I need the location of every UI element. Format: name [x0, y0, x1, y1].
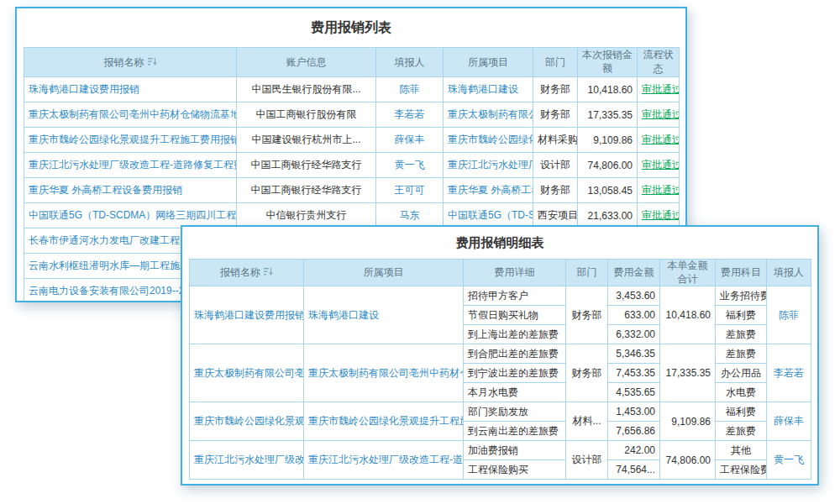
dept-cell: 设计部 [566, 441, 608, 480]
name-cell: 重庆江北污水处理厂级改造工程- [190, 441, 304, 480]
col-header-detail: 费用详细 [464, 260, 566, 286]
dept-cell: 设计部 [533, 153, 578, 178]
reimbursement-name-link[interactable]: 珠海鹤港口建设费用报销 [194, 309, 304, 321]
status-cell: 审批通过 [638, 153, 680, 178]
filler-link[interactable]: 薛保丰 [774, 415, 804, 427]
expense-amount-cell: 3,453.60 [608, 286, 660, 306]
project-link[interactable]: 重庆太极制药有限公司亳州中... [448, 108, 533, 120]
name-cell: 重庆华夏 外高桥工程设备费用报销 [24, 178, 237, 203]
expense-amount-cell: 242.00 [608, 441, 660, 460]
status-cell: 审批通过 [638, 77, 680, 102]
category-cell: 办公用品 [716, 364, 767, 383]
reimbursement-name-link[interactable]: 重庆市魏岭公园绿化景观提升工 [194, 415, 304, 427]
project-cell: 重庆华夏 外高桥工程设备 [444, 178, 533, 203]
status-link[interactable]: 审批通过 [642, 209, 680, 221]
reimbursement-name-link[interactable]: 珠海鹤港口建设费用报销 [29, 83, 139, 95]
expense-detail-cell: 到云南出差的差旅费 [464, 422, 566, 441]
list-header-row: 报销名称 账户信息 填报人 所属项目 部门 本次报销金额 流程状态 [24, 48, 680, 77]
col-header-name-label: 报销名称 [220, 266, 260, 278]
category-cell: 差旅费 [716, 325, 767, 344]
filler-link[interactable]: 李若若 [395, 108, 425, 120]
project-link[interactable]: 中国联通5G（TD-SCDMA）网... [448, 209, 533, 221]
expense-amount-cell: 5,346.35 [608, 344, 660, 364]
col-header-category: 费用科目 [716, 260, 767, 286]
list-table-title: 费用报销列表 [24, 8, 679, 47]
reimbursement-name-link[interactable]: 中国联通5G（TD-SCDMA）网络三期四川工程费... [29, 209, 237, 221]
account-cell: 中国工商银行股份有限 [237, 102, 376, 128]
status-link[interactable]: 审批通过 [642, 159, 680, 171]
total-amount-cell: 74,806.00 [660, 441, 716, 480]
filler-link[interactable]: 黄一飞 [395, 159, 425, 171]
project-link[interactable]: 重庆江北污水处理厂级改造工程-道路修复工 [308, 454, 464, 465]
project-link[interactable]: 珠海鹤港口建设 [448, 83, 518, 95]
expense-detail-cell: 到上海出差的差旅费 [464, 325, 566, 344]
project-link[interactable]: 珠海鹤港口建设 [308, 309, 379, 321]
expense-detail-cell: 部门奖励发放 [464, 402, 566, 422]
filler-cell: 李若若 [767, 344, 811, 402]
col-header-total: 本单金额合计 [660, 260, 716, 286]
filler-cell: 李若若 [376, 102, 444, 128]
status-link[interactable]: 审批通过 [642, 108, 680, 120]
expense-amount-cell: 7,453.35 [608, 364, 660, 383]
sort-icon[interactable] [148, 57, 157, 66]
table-row: 重庆太极制药有限公司亳州中药材仓储物流基地项... 中国工商银行股份有限 李若若… [24, 102, 680, 128]
reimbursement-name-link[interactable]: 重庆江北污水处理厂级改造工程- [194, 454, 304, 465]
filler-link[interactable]: 陈菲 [779, 309, 799, 321]
col-header-name-label: 报销名称 [104, 56, 144, 68]
dept-cell: 材料采购 [533, 128, 578, 153]
project-link[interactable]: 重庆华夏 外高桥工程设备 [448, 184, 533, 196]
filler-link[interactable]: 马东 [400, 209, 420, 221]
expense-detail-cell: 节假日购买礼物 [464, 306, 566, 325]
table-row: 珠海鹤港口建设费用报销 中国民生银行股份有限... 陈菲 珠海鹤港口建设 财务部… [24, 77, 680, 102]
account-cell: 中国工商银行经华路支行 [237, 178, 376, 203]
reimbursement-name-link[interactable]: 重庆华夏 外高桥工程设备费用报销 [29, 184, 182, 196]
category-cell: 差旅费 [716, 422, 767, 441]
filler-cell: 薛保丰 [376, 128, 444, 153]
expense-amount-cell: 4,535.65 [608, 383, 660, 402]
project-cell: 重庆太极制药有限公司亳州中药材仓储物流 [304, 344, 464, 402]
reimbursement-name-link[interactable]: 重庆市魏岭公园绿化景观提升工程施工费用报销 [29, 134, 237, 145]
category-cell: 其他 [716, 441, 767, 460]
expense-detail-cell: 加油费报销 [464, 441, 566, 460]
table-row: 重庆华夏 外高桥工程设备费用报销 中国工商银行经华路支行 王可可 重庆华夏 外高… [24, 178, 680, 203]
status-link[interactable]: 审批通过 [642, 184, 680, 196]
dept-cell: 西安项目部 [533, 203, 578, 228]
col-header-filler: 填报人 [767, 260, 811, 286]
project-cell: 重庆太极制药有限公司亳州中... [444, 102, 533, 128]
project-link[interactable]: 重庆市魏岭公园绿化景观提升工程施工 [308, 415, 464, 427]
expense-detail-table: 报销名称 所属项目 费用详细 部门 费用金额 本单金额合计 费用科目 填报人 珠… [189, 259, 811, 480]
filler-link[interactable]: 李若若 [774, 367, 804, 379]
expense-detail-cell: 招待甲方客户 [464, 286, 566, 306]
table-row: 重庆市魏岭公园绿化景观提升工程施工费用报销 中国建设银行杭州市上... 薛保丰 … [24, 128, 680, 153]
col-header-account: 账户信息 [237, 48, 376, 77]
status-link[interactable]: 审批通过 [642, 134, 680, 145]
reimbursement-name-link[interactable]: 重庆太极制药有限公司亳州中药材仓储物流基地项... [29, 108, 237, 120]
table-row: 重庆太极制药有限公司亳州中药 重庆太极制药有限公司亳州中药材仓储物流 到合肥出差… [190, 344, 811, 364]
status-cell: 审批通过 [638, 203, 680, 228]
amount-cell: 9,109.86 [578, 128, 638, 153]
expense-amount-cell: 7,656.86 [608, 422, 660, 441]
name-cell: 中国联通5G（TD-SCDMA）网络三期四川工程费... [24, 203, 237, 228]
filler-link[interactable]: 黄一飞 [774, 454, 804, 465]
reimbursement-name-link[interactable]: 重庆江北污水处理厂级改造工程-道路修复工程费用... [29, 159, 237, 171]
project-link[interactable]: 重庆市魏岭公园绿化景观提升... [448, 134, 533, 145]
name-cell: 重庆太极制药有限公司亳州中药 [190, 344, 304, 402]
reimbursement-name-link[interactable]: 重庆太极制药有限公司亳州中药 [194, 367, 304, 379]
category-cell: 水电费 [716, 383, 767, 402]
filler-link[interactable]: 薛保丰 [395, 134, 425, 145]
col-header-dept: 部门 [533, 48, 578, 77]
project-cell: 重庆市魏岭公园绿化景观提升工程施工 [304, 402, 464, 441]
sort-icon[interactable] [264, 267, 273, 276]
expense-detail-cell: 到宁波出差的差旅费 [464, 364, 566, 383]
table-row: 重庆市魏岭公园绿化景观提升工 重庆市魏岭公园绿化景观提升工程施工 部门奖励发放 … [190, 402, 811, 422]
status-link[interactable]: 审批通过 [642, 83, 680, 95]
project-link[interactable]: 重庆江北污水处理厂级改造工... [448, 159, 533, 171]
account-cell: 中国工商银行经华路支行 [237, 153, 376, 178]
table-row: 珠海鹤港口建设费用报销 珠海鹤港口建设 招待甲方客户 财务部 3,453.60 … [190, 286, 811, 306]
filler-cell: 薛保丰 [767, 402, 811, 441]
filler-link[interactable]: 王可可 [395, 184, 425, 196]
filler-link[interactable]: 陈菲 [400, 83, 420, 95]
detail-table-title: 费用报销明细表 [189, 227, 811, 259]
project-link[interactable]: 重庆太极制药有限公司亳州中药材仓储物流 [308, 367, 464, 379]
filler-cell: 黄一飞 [376, 153, 444, 178]
